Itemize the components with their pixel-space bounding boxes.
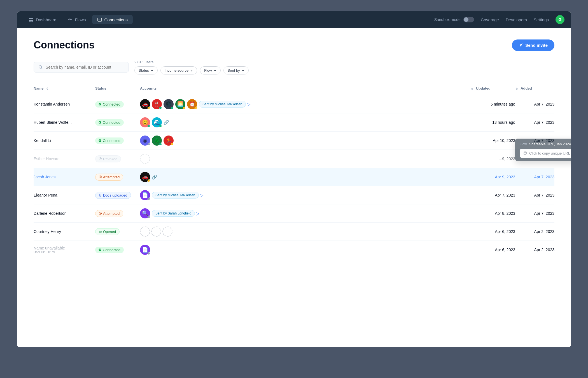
status-badge: Connected <box>95 101 124 108</box>
account-icon: 📄 <box>140 190 150 200</box>
page-header: Connections Send invite <box>34 39 554 51</box>
dashboard-icon <box>29 17 34 22</box>
search-icon <box>38 65 43 69</box>
account-icon: 🌅 <box>175 99 185 109</box>
empty-account <box>151 227 161 237</box>
row-accounts: ◎ 🌲 🏃 <box>140 132 470 150</box>
account-icon: ◎ <box>140 136 150 146</box>
row-status: Connected <box>95 241 140 259</box>
row-added: Apr 7, 2023 <box>515 95 554 113</box>
table-row[interactable]: Courtney Henry Opened <box>34 223 554 241</box>
nav-tabs: Dashboard Flows Connect <box>24 15 434 24</box>
row-name: Hubert Blaine Wolfe... <box>34 113 95 132</box>
filter-sent-by[interactable]: Sent by <box>223 66 249 74</box>
col-header-added[interactable]: Added <box>515 83 554 95</box>
nav-developers[interactable]: Developers <box>506 17 527 22</box>
account-icon: ⏰ <box>187 99 197 109</box>
sent-by-badge[interactable]: Sent by Michael Mikkelsen <box>152 192 199 199</box>
row-status: Connected <box>95 132 140 150</box>
row-name: Jacob Jones <box>34 168 95 186</box>
status-badge: Opened <box>95 228 120 235</box>
col-header-status: Status <box>95 83 140 95</box>
row-name: Kendall Li <box>34 132 95 150</box>
check-circle-icon <box>99 248 101 251</box>
row-status: Attempted <box>95 204 140 223</box>
table-row[interactable]: Jacob Jones Attempted 🚗 🔗 <box>34 168 554 186</box>
status-badge: Attempted <box>95 210 123 217</box>
row-added: Apr 7, 2023 <box>515 113 554 132</box>
table-row[interactable]: Eleanor Pena Docs uploaded 📄 Sent by Mic… <box>34 186 554 204</box>
search-box[interactable] <box>34 62 129 73</box>
play-button-icon[interactable]: ▷ <box>196 211 199 216</box>
col-header-updated[interactable]: Updated <box>470 83 515 95</box>
row-added: Apr 2, 2023 <box>515 241 554 259</box>
tooltip-copy-button[interactable]: Click to copy unique URL <box>520 149 571 158</box>
filter-status[interactable]: Status <box>134 66 158 74</box>
x-circle-icon <box>99 157 102 160</box>
table-row[interactable]: Esther Howard Revoked <box>34 150 554 168</box>
sent-by-badge[interactable]: Sent by Sarah Longfield <box>152 210 195 217</box>
row-added: Apr 2, 2023 <box>515 223 554 241</box>
filter-income-source[interactable]: Income source <box>160 66 197 74</box>
tab-dashboard[interactable]: Dashboard <box>24 15 61 24</box>
svg-rect-4 <box>98 18 102 21</box>
play-button-icon[interactable]: ▷ <box>247 102 250 107</box>
status-badge: Connected <box>95 247 124 253</box>
check-circle-icon <box>99 139 101 142</box>
row-added: Apr 7, 2023 <box>515 186 554 204</box>
tab-flows[interactable]: Flows <box>62 15 91 24</box>
link-icon[interactable]: 🔗 <box>152 174 157 180</box>
nav-coverage[interactable]: Coverage <box>481 17 499 22</box>
table-row[interactable]: Darlene Robertson Attempted 🔍 Sent by Sa… <box>34 204 554 223</box>
empty-account <box>140 227 150 237</box>
status-badge: Connected <box>95 137 124 144</box>
table-row[interactable]: Konstantin Andersen Connected 🚗 🍴 <box>34 95 554 113</box>
check-circle-icon <box>99 121 101 124</box>
filters-row: Status Income source Flow <box>134 66 249 74</box>
status-badge: Revoked <box>95 155 121 162</box>
col-header-name[interactable]: Name <box>34 83 95 95</box>
toggle-knob <box>464 17 468 22</box>
send-invite-label: Send invite <box>525 43 548 48</box>
account-icon: 🌊 <box>152 117 162 127</box>
tooltip-popup: Flow Shareable URL, Jan 2024 Click <box>515 139 571 161</box>
account-icon: 🍴 <box>152 99 162 109</box>
play-button-icon[interactable]: ▷ <box>200 193 203 198</box>
col-header-accounts: Accounts <box>140 83 470 95</box>
row-updated: Apr 6, 2023 <box>470 223 515 241</box>
row-accounts: 📄 <box>140 241 470 259</box>
search-input[interactable] <box>46 65 124 69</box>
row-updated: 13 hours ago <box>470 113 515 132</box>
sandbox-toggle-switch[interactable] <box>463 17 474 22</box>
link-icon[interactable]: 🔗 <box>164 120 169 125</box>
filters-section: 2,816 users Status Income source <box>134 60 249 74</box>
nav-settings[interactable]: Settings <box>534 17 549 22</box>
tab-dashboard-label: Dashboard <box>36 17 56 22</box>
empty-account <box>162 227 172 237</box>
user-avatar[interactable]: G <box>556 15 564 24</box>
flows-icon <box>67 17 73 22</box>
row-added: Apr 7, 2023 <box>515 204 554 223</box>
filter-flow[interactable]: Flow <box>200 66 220 74</box>
table-row[interactable]: Hubert Blaine Wolfe... Connected 😊 🌊 <box>34 113 554 132</box>
user-count: 2,816 users <box>134 60 249 64</box>
tab-connections[interactable]: Connections <box>92 15 133 24</box>
account-icon: 🏃 <box>164 136 174 146</box>
copy-icon <box>523 151 527 155</box>
row-accounts: 🔍 Sent by Sarah Longfield ▷ <box>140 204 470 223</box>
sent-by-badge[interactable]: Sent by Michael Mikkelsen <box>199 101 246 108</box>
row-accounts <box>140 223 470 241</box>
svg-rect-12 <box>99 194 101 196</box>
table-container: Name Status Accounts <box>34 83 554 259</box>
table-row[interactable]: Kendall Li Connected ◎ 🌲 🏃 <box>34 132 554 150</box>
send-invite-button[interactable]: Send invite <box>512 39 554 51</box>
account-icon: 😊 <box>140 117 150 127</box>
sort-icon <box>515 87 519 90</box>
table-row[interactable]: Name unavailable User ID: ...01c9 Connec… <box>34 241 554 259</box>
empty-account <box>140 154 150 164</box>
doc-icon <box>99 194 102 197</box>
row-accounts: 😊 🌊 🔗 <box>140 113 470 132</box>
search-filter-row: 2,816 users Status Income source <box>34 60 554 74</box>
tab-flows-label: Flows <box>75 17 86 22</box>
filter-flow-label: Flow <box>204 68 212 73</box>
